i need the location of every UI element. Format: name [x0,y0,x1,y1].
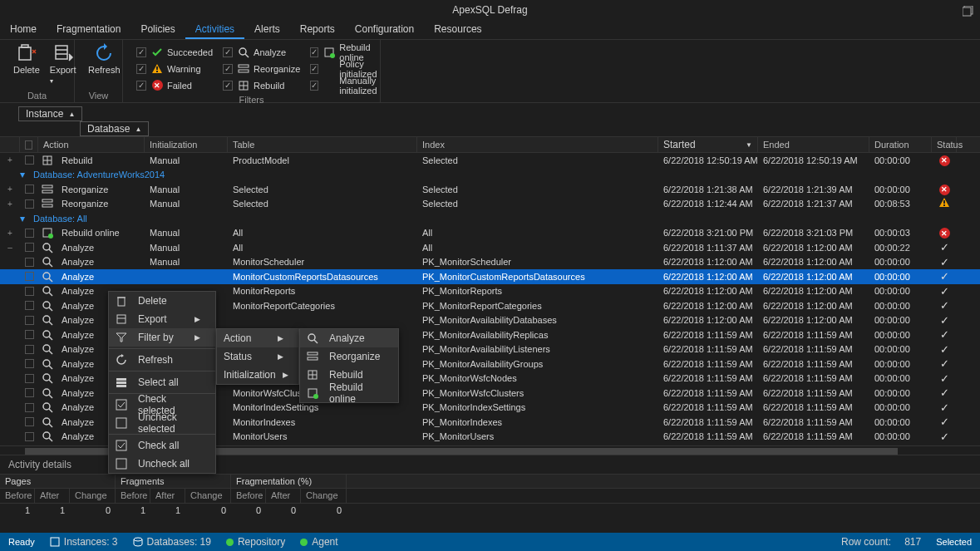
delete-button[interactable]: Delete [13,43,40,75]
group-row[interactable]: ▾Database: All [0,211,980,226]
row-checkbox[interactable] [20,403,38,412]
cell-started: 6/22/2018 1:11:59 AM [658,417,758,427]
grid-row[interactable]: +Rebuild onlineManualAllAll6/22/2018 3:2… [0,226,980,241]
ctx-refresh[interactable]: Refresh [109,351,215,369]
row-checkbox[interactable] [20,374,38,383]
menu-resources[interactable]: Resources [424,20,491,39]
row-checkbox[interactable] [20,287,38,296]
ctx-action-analyze[interactable]: Analyze [300,329,398,347]
filter-policy-initialized[interactable]: Policy initialized [310,61,378,76]
row-checkbox[interactable] [20,359,38,368]
grid-row[interactable]: +ReorganizeManualSelectedSelected6/22/20… [0,197,980,212]
header-checkbox[interactable] [20,137,38,152]
ctx-filter-action[interactable]: Action▶ [217,329,298,347]
analyze-icon [38,329,57,341]
row-checkbox[interactable] [20,345,38,354]
error-icon: ✕ [939,184,950,195]
context-submenu-filterby[interactable]: Action▶Status▶Initialization▶ [216,328,299,385]
sort-asc-icon: ▲ [68,111,75,118]
group-row[interactable]: ▾Database: AdventureWorks2014 [0,168,980,183]
filter-analyze[interactable]: Analyze [223,44,300,60]
refresh-button[interactable]: Refresh [88,43,121,75]
menu-activities[interactable]: Activities [185,20,244,39]
ctx-uncheck-selected[interactable]: Uncheck selected [109,414,215,432]
col-init[interactable]: Initialization [145,137,228,152]
row-checkbox[interactable] [20,316,38,325]
row-checkbox[interactable] [20,229,38,238]
filter-reorganize[interactable]: Reorganize [223,61,300,76]
grid-row[interactable]: AnalyzeManualMonitorSchedulerPK_MonitorS… [0,255,980,270]
context-submenu-action[interactable]: AnalyzeReorganizeRebuildRebuild online [299,328,399,403]
ok-icon: ✓ [940,357,949,370]
menu-fragmentation[interactable]: Fragmentation [47,20,131,39]
analyze-icon [38,372,57,384]
filter-rebuild[interactable]: Rebuild [223,77,300,93]
grid-row[interactable]: –AnalyzeManualAllAll6/22/2018 1:11:37 AM… [0,240,980,255]
expander[interactable]: + [0,229,20,238]
menu-alerts[interactable]: Alerts [244,20,290,39]
col-duration[interactable]: Duration [869,137,932,152]
ctx-filter-initialization[interactable]: Initialization▶ [217,366,298,384]
cell-action: Analyze [57,272,145,282]
menu-reports[interactable]: Reports [290,20,345,39]
ctx-filter-status[interactable]: Status▶ [217,347,298,366]
menu-home[interactable]: Home [0,20,47,39]
row-checkbox[interactable] [20,243,38,252]
grid-row[interactable]: +ReorganizeManualSelectedSelected6/22/20… [0,182,980,197]
row-checkbox[interactable] [20,301,38,310]
col-started[interactable]: Started▼ [658,137,758,152]
cell-status: ✓ [932,343,957,356]
cell-duration: 00:00:00 [869,359,932,369]
grid-row[interactable]: AnalyzeMonitorCustomReportsDatasourcesPK… [0,269,980,284]
col-ended[interactable]: Ended [758,137,869,152]
cell-index: PK_MonitorWsfcNodes [417,373,658,383]
ctx-export[interactable]: Export▶ [109,310,215,328]
cell-started: 6/22/2018 1:12:00 AM [658,301,758,311]
ctx-filter-by[interactable]: Filter by▶ [109,328,215,347]
ctx-select-all[interactable]: Select all [109,373,215,391]
ctx-delete[interactable]: Delete [109,292,215,310]
expander[interactable]: + [0,155,20,165]
row-checkbox[interactable] [20,272,38,281]
col-action[interactable]: Action [38,137,145,152]
cell-table: MonitorIndexSettings [228,402,417,412]
cell-duration: 00:00:00 [869,272,932,282]
ctx-action-rebuild-online[interactable]: Rebuild online [300,384,398,402]
export-button[interactable]: Export ▾ [50,43,76,85]
expander[interactable]: + [0,199,20,209]
row-checkbox[interactable] [20,258,38,267]
status-rowcount: Row count: 817 [841,536,921,548]
col-index[interactable]: Index [417,137,658,152]
cell-started: 6/22/2018 1:12:00 AM [658,272,758,282]
expander[interactable]: + [0,184,20,194]
cell-started: 6/22/2018 1:11:37 AM [658,243,758,253]
ctx-check-all[interactable]: Check all [109,436,215,455]
filter-manually-initialized[interactable]: Manually initialized [310,77,378,93]
ribbon-group-label: Data [8,89,66,101]
row-checkbox[interactable] [20,330,38,339]
grid-row[interactable]: +RebuildManualProductModelSelected6/22/2… [0,153,980,168]
ctx-uncheck-all[interactable]: Uncheck all [109,455,215,473]
row-checkbox[interactable] [20,155,38,165]
expander[interactable]: – [0,243,20,252]
menu-policies[interactable]: Policies [131,20,185,39]
row-checkbox[interactable] [20,417,38,426]
menu-configuration[interactable]: Configuration [345,20,424,39]
filter-warning[interactable]: Warning [136,61,213,76]
svg-rect-24 [42,190,52,193]
row-checkbox[interactable] [20,432,38,441]
ctx-action-reorganize[interactable]: Reorganize [300,347,398,366]
col-table[interactable]: Table [228,137,417,152]
row-checkbox[interactable] [20,184,38,194]
server-icon [50,537,60,547]
col-status[interactable]: Status [932,137,957,152]
row-checkbox[interactable] [20,199,38,209]
filter-rebuild-online[interactable]: Rebuild online [310,44,378,60]
row-checkbox[interactable] [20,388,38,397]
context-menu[interactable]: DeleteExport▶Filter by▶RefreshSelect all… [108,291,216,474]
filter-failed[interactable]: ✕Failed [136,77,213,93]
filter-succeeded[interactable]: Succeeded [136,44,213,60]
groupby-database[interactable]: Database▲ [80,121,149,136]
window-restore-icon[interactable] [963,3,973,23]
groupby-instance[interactable]: Instance▲ [18,106,82,121]
